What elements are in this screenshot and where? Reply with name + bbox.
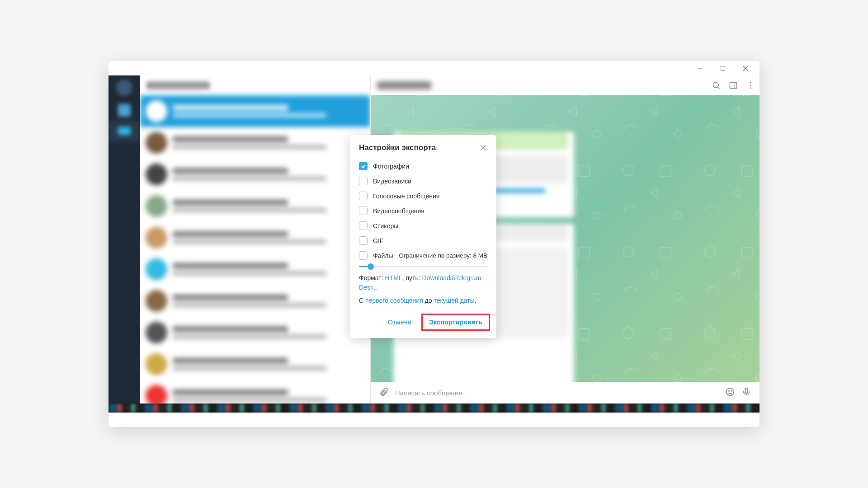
chat-row[interactable] (140, 380, 370, 404)
svg-rect-1 (721, 66, 725, 70)
chat-row[interactable] (140, 127, 370, 159)
window-titlebar (108, 61, 760, 75)
checkbox-icon[interactable] (359, 251, 368, 260)
emoji-icon[interactable] (725, 387, 735, 399)
format-link[interactable]: HTML (385, 274, 402, 282)
option-label: Видеосообщения (373, 207, 425, 215)
attach-icon[interactable] (379, 387, 389, 399)
svg-rect-10 (730, 82, 737, 88)
option-label: Голосовые сообщения (373, 192, 439, 200)
chat-row[interactable] (140, 222, 370, 253)
checkbox-icon[interactable] (359, 206, 368, 215)
compose-bar: Написать сообщение... (371, 382, 760, 404)
option-label: GIF (373, 237, 383, 244)
window-close-button[interactable] (735, 61, 756, 75)
option-video-messages[interactable]: Видеосообщения (359, 203, 487, 218)
dialog-title: Настройки экспорта (359, 143, 436, 152)
chat-row[interactable] (140, 159, 370, 190)
option-gif[interactable]: GIF (359, 233, 487, 248)
chat-row[interactable] (140, 95, 370, 127)
svg-point-16 (729, 390, 729, 391)
option-stickers[interactable]: Стикеры (359, 218, 487, 233)
svg-point-13 (750, 85, 751, 86)
option-videos[interactable]: Видеозаписи (359, 174, 487, 188)
option-label: Стикеры (373, 222, 398, 230)
svg-point-8 (713, 82, 718, 88)
chat-row[interactable] (140, 253, 370, 285)
more-icon[interactable] (746, 81, 755, 92)
option-label: Файлы (373, 252, 393, 259)
checkbox-icon[interactable] (359, 192, 368, 200)
svg-point-15 (726, 388, 734, 396)
left-rail (108, 75, 140, 404)
format-path-line: Формат: HTML, путь: Downloads\Telegram D… (359, 272, 487, 294)
minimize-button[interactable] (690, 61, 711, 75)
chat-row[interactable] (140, 285, 370, 317)
option-label: Видеозаписи (373, 178, 411, 185)
chat-list-header (140, 75, 370, 95)
chat-row[interactable] (140, 317, 370, 348)
export-button[interactable]: Экспортировать (421, 314, 490, 331)
size-limit-slider[interactable] (359, 263, 487, 272)
slider-thumb-icon[interactable] (368, 263, 374, 270)
range-to-link[interactable]: текущей даты (434, 297, 474, 304)
option-label: Фотографии (373, 163, 409, 170)
checkbox-icon[interactable] (359, 177, 368, 185)
chat-row[interactable] (140, 190, 370, 222)
cancel-button[interactable]: Отмена (382, 315, 417, 329)
dialog-close-button[interactable] (479, 144, 487, 152)
option-files[interactable]: Файлы Ограничение по размеру: 8 MB (359, 248, 487, 263)
size-limit-label: Ограничение по размеру: 8 MB (399, 252, 487, 259)
option-photos[interactable]: Фотографии (359, 159, 487, 174)
search-icon[interactable] (712, 81, 721, 92)
checkbox-icon[interactable] (359, 221, 368, 230)
voice-icon[interactable] (741, 387, 751, 399)
checkbox-checked-icon[interactable] (359, 162, 368, 170)
svg-point-14 (750, 87, 751, 89)
option-voice[interactable]: Голосовые сообщения (359, 188, 487, 203)
date-range-line: С первого сообщения до текущей даты. (359, 294, 487, 307)
svg-point-12 (750, 82, 751, 84)
sidebar-toggle-icon[interactable] (729, 81, 738, 92)
maximize-button[interactable] (712, 61, 733, 75)
export-settings-dialog: Настройки экспорта Фотографии Видеозапис… (350, 135, 496, 338)
svg-line-9 (717, 87, 719, 89)
chat-list (140, 75, 371, 404)
svg-rect-18 (745, 388, 748, 393)
chat-row[interactable] (140, 348, 370, 380)
range-from-link[interactable]: первого сообщения (365, 297, 423, 304)
os-taskbar (108, 404, 760, 413)
checkbox-icon[interactable] (359, 236, 368, 245)
svg-point-17 (731, 390, 731, 391)
compose-input[interactable]: Написать сообщение... (395, 389, 719, 397)
